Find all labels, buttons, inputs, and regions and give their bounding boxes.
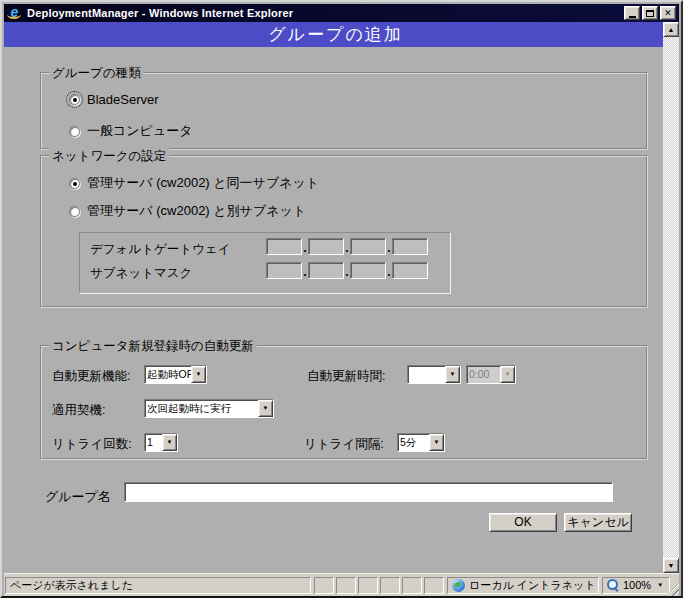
dropdown-arrow-icon[interactable]: ▼ — [258, 400, 273, 417]
status-bar: ページが表示されました ローカル イントラネット 100% ▼ — [4, 573, 679, 597]
group-type-fieldset: グループの種類 BladeServer 一般コンピュータ — [40, 72, 648, 150]
update-function-select[interactable]: 起動時OFF ▼ — [144, 365, 207, 384]
network-settings-legend: ネットワークの設定 — [49, 148, 169, 165]
minimize-button[interactable] — [624, 6, 640, 20]
update-function-value: 起動時OFF — [145, 366, 191, 383]
update-time-label: 自動更新時間: — [307, 368, 385, 385]
radio-row-different-subnet: 管理サーバ (cw2002) と別サブネット — [69, 202, 306, 220]
titlebar: e DeploymentManager - Windows Internet E… — [4, 4, 679, 22]
dropdown-arrow-icon[interactable]: ▼ — [445, 366, 460, 383]
gateway-octet-1-input — [266, 238, 302, 255]
apply-trigger-value: 次回起動時に実行 — [145, 400, 258, 417]
close-icon: ✕ — [664, 9, 672, 18]
magnifier-icon — [607, 579, 620, 592]
apply-trigger-select[interactable]: 次回起動時に実行 ▼ — [144, 399, 274, 418]
scroll-down-icon: ▼ — [668, 562, 675, 569]
scroll-up-button[interactable]: ▲ — [663, 22, 679, 37]
minimize-icon — [629, 16, 636, 18]
radio-row-same-subnet: 管理サーバ (cw2002) と同一サブネット — [69, 174, 319, 192]
gateway-octet-2-input — [308, 238, 344, 255]
status-panel-empty — [358, 577, 378, 594]
zoom-control[interactable]: 100% ▼ — [602, 577, 670, 594]
gateway-octet-4-input — [392, 238, 428, 255]
internet-explorer-icon: e — [7, 6, 22, 20]
group-type-legend: グループの種類 — [49, 65, 144, 82]
status-panel-empty — [402, 577, 422, 594]
dropdown-arrow-icon: ▼ — [500, 366, 515, 383]
maximize-button[interactable] — [642, 6, 658, 20]
dropdown-arrow-icon[interactable]: ▼ — [429, 434, 444, 451]
scroll-up-icon: ▲ — [668, 26, 675, 33]
ip-settings-panel: デフォルトゲートウェイ . . . サブネットマスク . . . — [79, 232, 451, 294]
apply-trigger-label: 適用契機: — [52, 402, 105, 419]
update-clock-select: 0:00 ▼ — [466, 365, 516, 384]
update-function-label: 自動更新機能: — [52, 368, 130, 385]
zoom-dropdown-icon[interactable]: ▼ — [657, 578, 663, 593]
bladeserver-radio-label[interactable]: BladeServer — [87, 92, 159, 107]
status-panel-empty — [380, 577, 400, 594]
same-subnet-radio[interactable] — [69, 178, 80, 189]
retry-count-value: 1 — [145, 434, 162, 451]
different-subnet-radio[interactable] — [69, 206, 80, 217]
window-title: DeploymentManager - Windows Internet Exp… — [27, 7, 622, 19]
dropdown-arrow-icon[interactable]: ▼ — [191, 366, 206, 383]
status-message: ページが表示されました — [10, 578, 133, 593]
same-subnet-radio-label[interactable]: 管理サーバ (cw2002) と同一サブネット — [87, 174, 319, 192]
status-panel-empty — [424, 577, 444, 594]
subnet-octet-3-input — [350, 262, 386, 279]
status-panel-empty — [336, 577, 356, 594]
different-subnet-radio-label[interactable]: 管理サーバ (cw2002) と別サブネット — [87, 202, 306, 220]
update-time-select[interactable]: ▼ — [407, 365, 461, 384]
network-settings-fieldset: ネットワークの設定 管理サーバ (cw2002) と同一サブネット 管理サーバ … — [40, 155, 648, 308]
scroll-down-button[interactable]: ▼ — [663, 558, 679, 573]
status-panel-empty — [314, 577, 334, 594]
ok-button[interactable]: OK — [489, 513, 557, 532]
radio-row-general-computer: 一般コンピュータ — [69, 122, 193, 140]
zoom-level: 100% — [623, 578, 651, 593]
bladeserver-radio[interactable] — [69, 94, 80, 105]
subnet-octet-4-input — [392, 262, 428, 279]
subnet-mask-inputs: . . . — [266, 262, 428, 279]
subnet-octet-1-input — [266, 262, 302, 279]
dropdown-arrow-icon[interactable]: ▼ — [162, 434, 177, 451]
auto-update-fieldset: コンピュータ新規登録時の自動更新 自動更新機能: 起動時OFF ▼ 自動更新時間… — [40, 345, 648, 460]
retry-interval-value: 5分 — [398, 434, 429, 451]
close-button[interactable]: ✕ — [660, 6, 676, 20]
general-computer-radio-label[interactable]: 一般コンピュータ — [87, 122, 193, 140]
default-gateway-inputs: . . . — [266, 238, 428, 255]
cancel-button[interactable]: キャンセル — [564, 513, 632, 532]
security-zone-label: ローカル イントラネット — [469, 578, 596, 593]
status-message-panel: ページが表示されました — [5, 577, 311, 594]
subnet-octet-2-input — [308, 262, 344, 279]
intranet-globe-icon — [452, 579, 465, 592]
gateway-octet-3-input — [350, 238, 386, 255]
browser-window: e DeploymentManager - Windows Internet E… — [0, 0, 683, 598]
auto-update-legend: コンピュータ新規登録時の自動更新 — [49, 338, 257, 355]
update-time-value — [408, 366, 445, 383]
group-name-label: グループ名 — [45, 488, 111, 506]
radio-row-bladeserver: BladeServer — [69, 92, 159, 107]
vertical-scrollbar[interactable]: ▲ ▼ — [663, 22, 679, 573]
update-clock-value: 0:00 — [467, 366, 500, 383]
retry-count-select[interactable]: 1 ▼ — [144, 433, 178, 452]
maximize-icon — [646, 10, 654, 17]
group-name-input[interactable] — [124, 482, 613, 502]
default-gateway-label: デフォルトゲートウェイ — [90, 241, 230, 258]
retry-interval-select[interactable]: 5分 ▼ — [397, 433, 445, 452]
retry-count-label: リトライ回数: — [52, 436, 132, 453]
general-computer-radio[interactable] — [69, 126, 80, 137]
retry-interval-label: リトライ間隔: — [304, 436, 384, 453]
subnet-mask-label: サブネットマスク — [90, 265, 192, 282]
page-title: グループの追加 — [4, 22, 667, 47]
security-zone-panel: ローカル イントラネット — [447, 577, 599, 594]
